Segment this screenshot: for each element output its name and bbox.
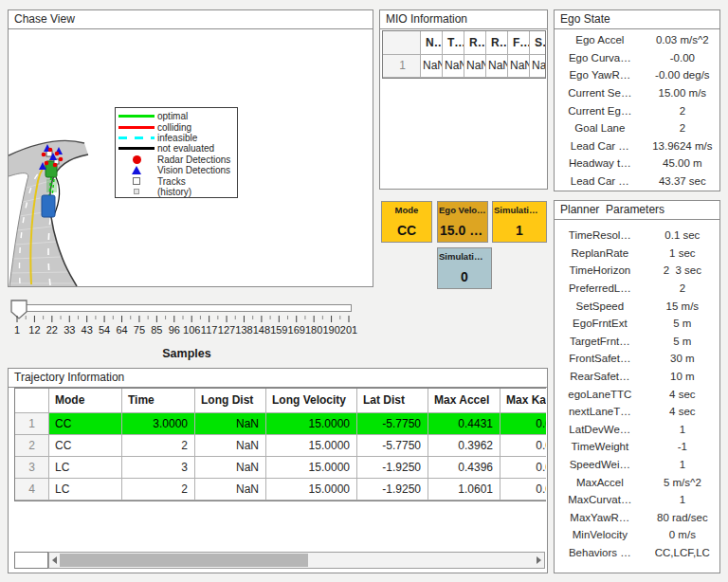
cell-lat-dist[interactable]: -5.7750 [357, 413, 428, 435]
planner-param-label: TimeResol… [555, 229, 646, 241]
planner-param-value: CC,LCF,LC [646, 547, 719, 558]
column-header: F… [508, 31, 530, 55]
cell-time[interactable]: 2 [122, 479, 195, 500]
trajectory-row-selected[interactable]: 1 CC 3.0000 NaN 15.0000 -5.7750 0.4431 0… [15, 413, 546, 435]
cell-mode[interactable]: LC [49, 457, 122, 479]
planner-param-value: 10 m [646, 371, 719, 382]
cell-lat-dist[interactable]: -5.7750 [357, 435, 428, 457]
cell-max-kappa[interactable]: 0.0 [500, 413, 546, 435]
cell-max-accel[interactable]: 1.0601 [428, 479, 500, 500]
cell-long-dist[interactable]: NaN [195, 435, 266, 457]
planner-param-label: nextLaneT… [555, 406, 646, 417]
cell-long-dist[interactable]: NaN [195, 413, 266, 435]
ego-state-title: Ego State [555, 10, 719, 29]
trajectory-header-row: Mode Time Long Dist Long Velocity Lat Di… [15, 389, 546, 413]
planner-param-label: MaxAccel [555, 477, 646, 488]
cell-long-dist[interactable]: NaN [195, 479, 266, 500]
row-number: 4 [15, 479, 49, 500]
cell-mode[interactable]: CC [49, 435, 122, 457]
cell-max-kappa[interactable]: 0.0 [500, 457, 546, 479]
mio-cell[interactable]: NaN [530, 55, 546, 78]
trajectory-row[interactable]: 4 LC 2 NaN 15.0000 -1.9250 1.0601 0.0 [15, 479, 546, 500]
planner-param-value: 1 sec [646, 247, 719, 259]
trajectory-row[interactable]: 3 LC 3 NaN 15.0000 -1.9250 0.4396 0.0 [15, 457, 546, 479]
column-header-time: Time [122, 389, 195, 413]
scroll-left-arrow-icon[interactable] [52, 556, 57, 564]
cell-max-accel[interactable]: 0.3962 [428, 435, 500, 457]
mio-cell[interactable]: NaN [443, 55, 464, 78]
target-history [46, 179, 57, 192]
scrollbar-thumb[interactable] [60, 554, 308, 567]
legend-label: Vision Detections [157, 165, 230, 175]
ego-velocity-box-label: Ego Velo… [438, 205, 487, 215]
cell-lat-dist[interactable]: -1.9250 [357, 457, 428, 479]
chase-view-title: Chase View [9, 10, 373, 29]
ego-state-value: 43.37 sec [646, 175, 719, 187]
samples-slider-track[interactable] [13, 304, 352, 312]
planner-param-label: SetSpeed [555, 300, 646, 312]
mio-cell[interactable]: NaN [486, 55, 508, 78]
planner-param-value: 5 m [646, 318, 719, 329]
cell-long-velocity[interactable]: 15.0000 [266, 479, 357, 500]
planner-param-label: EgoFrntExt [555, 318, 646, 329]
planner-param-value: 0 m/s [646, 529, 719, 540]
cell-long-velocity[interactable]: 15.0000 [266, 457, 357, 479]
horizontal-scrollbar[interactable] [48, 552, 545, 569]
planner-param-label: Behaviors … [555, 547, 646, 558]
tick-label: 22 [46, 324, 58, 336]
mio-cell[interactable]: NaN [508, 55, 530, 78]
simulation-status-box-1: Simulati… 1 [492, 201, 547, 243]
cell-mode[interactable]: CC [49, 413, 122, 435]
ego-state-value: -0.00 deg/s [646, 69, 719, 81]
tick-label: 180 [305, 324, 322, 336]
ego-state-value: 0.03 m/s^2 [646, 34, 719, 45]
tick-label: 117 [201, 324, 218, 336]
planner-param-label: MaxCurvat… [555, 494, 646, 505]
cell-long-velocity[interactable]: 15.0000 [266, 413, 357, 435]
planner-param-value: 2 3 sec [646, 264, 719, 276]
cell-lat-dist[interactable]: -1.9250 [357, 479, 428, 500]
cell-mode[interactable]: LC [49, 479, 122, 500]
tick-label: 1 [14, 324, 20, 336]
trajectory-row[interactable]: 2 CC 2 NaN 15.0000 -5.7750 0.3962 0.0 [15, 435, 546, 457]
cell-max-accel[interactable]: 0.4396 [428, 457, 500, 479]
cell-time[interactable]: 3.0000 [122, 413, 195, 435]
planner-param-value: 5 m/s^2 [646, 477, 719, 488]
planner-param-label: TimeHorizon [555, 264, 646, 276]
row-number: 3 [15, 457, 49, 479]
ego-state-value: 2 [646, 122, 719, 134]
column-header: S… [530, 31, 546, 55]
ego-state-value: 45.00 m [646, 157, 719, 169]
ego-state-label: Goal Lane [555, 122, 646, 134]
ego-state-label: Ego Accel [555, 34, 646, 45]
planner-parameters-panel: Planner Parameters TimeResol…0.1 sec Rep… [554, 200, 720, 573]
tick-label: 33 [64, 324, 75, 336]
mio-cell[interactable]: NaN [464, 55, 486, 78]
mio-cell[interactable]: NaN [421, 55, 443, 78]
column-header: R… [486, 31, 508, 55]
ego-state-label: Lead Car … [555, 175, 646, 187]
trajectory-information-title: Trajectory Information [9, 369, 547, 388]
ego-velocity-status-box: Ego Velo… 15.0 … [437, 201, 488, 243]
cell-time[interactable]: 3 [122, 457, 195, 479]
tick-label: 106 [183, 324, 200, 336]
ego-state-label: Current Se… [555, 87, 646, 99]
scroll-right-arrow-icon[interactable] [537, 556, 541, 564]
ego-state-panel: Ego State Ego Accel0.03 m/s^2 Ego Curva…… [554, 9, 720, 191]
cell-max-accel[interactable]: 0.4431 [428, 413, 500, 435]
planner-param-label: egoLaneTTC [555, 389, 646, 400]
optimal-line-swatch [116, 115, 157, 118]
row-number: 2 [15, 435, 49, 457]
cell-long-velocity[interactable]: 15.0000 [266, 435, 357, 457]
ego-state-value: 2 [646, 105, 719, 117]
cell-time[interactable]: 2 [122, 435, 195, 457]
cell-long-dist[interactable]: NaN [195, 457, 266, 479]
column-header: T… [443, 31, 464, 55]
cell-max-kappa[interactable]: 0.0 [500, 479, 546, 500]
column-header-long-velocity: Long Velocity [266, 389, 357, 413]
planner-param-value: 1 [646, 494, 719, 505]
planner-param-value: 2 [646, 282, 719, 294]
cell-max-kappa[interactable]: 0.0 [500, 435, 546, 457]
tick-label: 201 [340, 324, 357, 336]
planner-param-label: TargetFrnt… [555, 336, 646, 347]
